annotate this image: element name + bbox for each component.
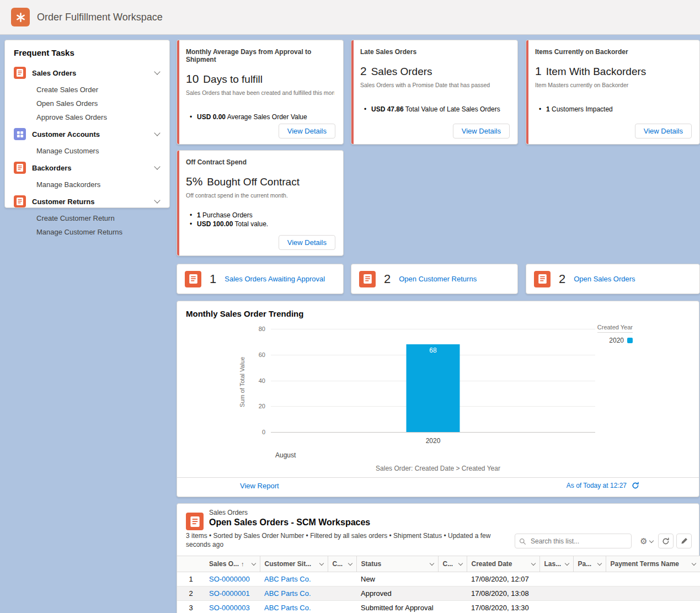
customer-accounts-icon [14, 128, 26, 140]
chevron-down-icon[interactable] [319, 561, 323, 565]
backorders-icon [14, 162, 26, 174]
kpi-card-open-sales-orders: 2 Open Sales Orders [526, 264, 700, 294]
table-row: 1 SO-0000000 ABC Parts Co. New 17/08/202… [177, 572, 700, 587]
view-details-button[interactable]: View Details [279, 235, 335, 250]
sidebar-item-manage-customer-returns[interactable]: Manage Customer Returns [5, 225, 169, 239]
chevron-down-icon[interactable] [458, 561, 462, 565]
view-report-link[interactable]: View Report [240, 482, 279, 490]
sidebar-group-customer-returns[interactable]: Customer Returns [5, 191, 169, 211]
column-header-customer-site[interactable]: Customer Sit... [260, 556, 328, 572]
metric-value: 5% [186, 175, 202, 188]
cell-empty [573, 572, 606, 587]
column-label: Las... [544, 560, 562, 568]
legend-item-label: 2020 [609, 337, 624, 344]
customer-site-link[interactable]: ABC Parts Co. [264, 589, 311, 598]
chevron-down-icon[interactable] [429, 561, 434, 565]
sidebar-item-manage-backorders[interactable]: Manage Backorders [5, 178, 169, 191]
pencil-icon [681, 537, 688, 545]
column-header-status[interactable]: Status [356, 556, 438, 572]
column-header-payment-terms-name[interactable]: Payment Terms Name [606, 556, 700, 572]
chart-legend: Created Year 2020 [597, 324, 633, 344]
metric-bullet: 1 Customers Impacted [535, 105, 691, 114]
chart-card-monthly-sales-order-trending: Monthly Sales Order Trending Created Yea… [177, 301, 699, 497]
row-number: 3 [177, 601, 205, 613]
bullet-text: Total Value of Late Sales Orders [405, 105, 500, 113]
kpi-link-sales-orders-awaiting-approval[interactable]: Sales Orders Awaiting Approval [225, 275, 325, 283]
chevron-down-icon[interactable] [692, 561, 696, 565]
cell-status: New [356, 572, 438, 587]
customer-returns-icon [14, 195, 26, 207]
search-input[interactable] [515, 534, 632, 548]
kpi-link-open-customer-returns[interactable]: Open Customer Returns [399, 275, 477, 283]
bullet-value: USD 100.00 [197, 220, 233, 228]
sidebar-item-create-sales-order[interactable]: Create Sales Order [5, 83, 169, 97]
sidebar-group-backorders[interactable]: Backorders [5, 158, 169, 178]
chevron-down-icon[interactable] [597, 561, 601, 565]
metric-card-fulfillment-days: Monthly Average Days from Approval to Sh… [177, 40, 344, 145]
sales-order-link[interactable]: SO-0000000 [209, 575, 250, 583]
chart-caption: Sales Order: Created Date > Created Year [177, 465, 699, 472]
sidebar-group-sales-orders[interactable]: Sales Orders [5, 63, 169, 83]
view-details-button[interactable]: View Details [453, 124, 510, 138]
list-edit-button[interactable] [676, 534, 692, 548]
metric-value-label: Days to fulfill [203, 73, 263, 86]
chart-plot-area: 80 60 40 20 0 68 2020 [271, 329, 595, 433]
chevron-down-icon[interactable] [251, 561, 255, 565]
kpi-card-awaiting-approval: 1 Sales Orders Awaiting Approval [177, 264, 344, 294]
sidebar-group-customer-accounts[interactable]: Customer Accounts [5, 124, 169, 144]
cell-created-date: 17/08/2020, 12:07 [467, 572, 539, 587]
cell-empty [438, 572, 467, 587]
customer-return-icon [359, 271, 376, 287]
list-refresh-button[interactable] [658, 534, 674, 548]
customer-site-link[interactable]: ABC Parts Co. [264, 575, 311, 583]
frequent-tasks-panel: Frequent Tasks Sales Orders Create Sales… [4, 40, 170, 208]
frequent-tasks-title: Frequent Tasks [5, 47, 169, 63]
cell-empty [328, 572, 356, 587]
table-header-row: Sales O...↑ Customer Sit... C... Status … [177, 556, 700, 572]
sidebar-group-label: Customer Accounts [32, 130, 100, 138]
kpi-count: 2 [559, 272, 565, 286]
view-details-button[interactable]: View Details [279, 124, 335, 138]
sidebar-item-manage-customers[interactable]: Manage Customers [5, 144, 169, 158]
sales-orders-table: Sales O...↑ Customer Sit... C... Status … [177, 556, 700, 613]
metric-bullet-list: 1 Customers Impacted [535, 105, 691, 114]
sales-order-link[interactable]: SO-0000001 [209, 589, 250, 598]
bullet-text: Total value. [235, 220, 269, 228]
chevron-down-icon[interactable] [531, 561, 535, 565]
chevron-down-icon [154, 163, 160, 169]
chart-title: Monthly Sales Order Trending [186, 309, 303, 318]
chevron-down-icon[interactable] [564, 561, 569, 565]
column-header-last[interactable]: Las... [539, 556, 573, 572]
column-header-sales-order[interactable]: Sales O...↑ [205, 556, 260, 572]
bullet-text: Customers Impacted [552, 105, 613, 113]
y-tick: 0 [245, 429, 265, 435]
column-header-c1[interactable]: C... [328, 556, 356, 572]
column-header-c2[interactable]: C... [438, 556, 467, 572]
sidebar-group-label: Backorders [32, 164, 72, 172]
kpi-link-open-sales-orders[interactable]: Open Sales Orders [574, 275, 635, 283]
cell-customer-site: ABC Parts Co. [260, 587, 328, 601]
column-header-row-number [177, 556, 205, 572]
order-fulfillment-workspace: Order Fulfillment Workspace Frequent Tas… [0, 0, 700, 613]
metric-bullet: USD 0.00 Average Sales Order Value [186, 113, 334, 121]
sidebar-item-approve-sales-orders[interactable]: Approve Sales Orders [5, 110, 169, 124]
list-settings-button[interactable]: ⚙ [636, 534, 657, 548]
customer-site-link[interactable]: ABC Parts Co. [264, 604, 311, 612]
metric-headline: 5% Bought Off Contract [186, 175, 334, 188]
view-details-button[interactable]: View Details [635, 124, 692, 138]
sidebar-item-open-sales-orders[interactable]: Open Sales Orders [5, 97, 169, 110]
column-label: Status [361, 560, 382, 568]
metric-card-backorder-items: Items Currently on Backorder 1 Item With… [526, 40, 700, 145]
cell-empty [606, 572, 700, 587]
column-header-created-date[interactable]: Created Date [467, 556, 539, 572]
column-header-pa[interactable]: Pa... [573, 556, 606, 572]
refresh-icon[interactable] [632, 482, 639, 489]
y-tick: 60 [245, 351, 265, 358]
chart-as-of: As of Today at 12:27 [567, 482, 639, 489]
sidebar-item-create-customer-return[interactable]: Create Customer Return [5, 211, 169, 225]
chart-bar[interactable]: 68 [407, 344, 460, 432]
chevron-down-icon[interactable] [348, 561, 352, 565]
legend-swatch [627, 338, 633, 343]
cell-status: Approved [356, 587, 438, 601]
sales-order-link[interactable]: SO-0000003 [209, 604, 250, 612]
